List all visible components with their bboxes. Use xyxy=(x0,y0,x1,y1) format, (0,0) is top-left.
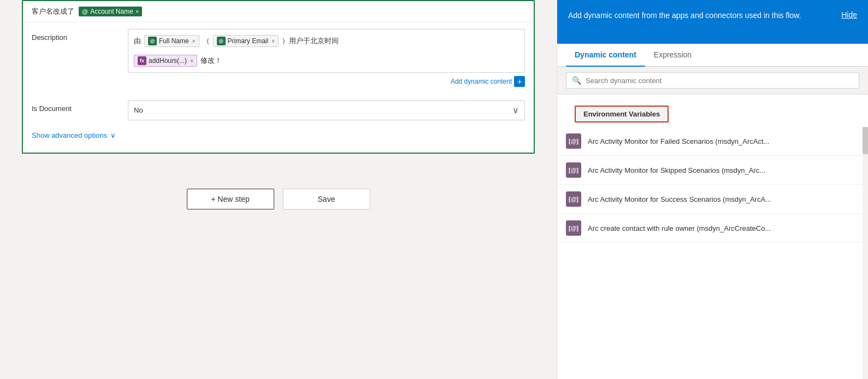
list-item[interactable]: [@] Arc Activity Monitor for Skipped Sce… xyxy=(557,156,868,185)
item-icon-1: [@] xyxy=(566,162,581,178)
scrollbar-track[interactable] xyxy=(863,127,868,379)
section-label-wrapper: Environment Variables xyxy=(557,95,868,127)
account-name-chip-label: Account Name xyxy=(90,8,133,15)
show-advanced-icon: ∨ xyxy=(110,131,116,139)
addhours-token-close[interactable]: × xyxy=(190,58,193,64)
search-input[interactable] xyxy=(586,77,853,85)
primary-email-token-icon: @ xyxy=(217,37,226,45)
dropdown-arrow-icon: ∨ xyxy=(512,105,519,115)
environment-variables-section[interactable]: Environment Variables xyxy=(575,106,669,123)
top-bar-prefix: 客户名改成了 xyxy=(32,7,74,16)
account-name-chip-icon: @ xyxy=(82,8,88,15)
full-name-token-icon: @ xyxy=(148,37,157,45)
is-document-input-area: No ∨ xyxy=(128,100,525,120)
add-dynamic-link[interactable]: Add dynamic content + xyxy=(128,76,525,87)
tab-dynamic-content[interactable]: Dynamic content xyxy=(566,44,645,67)
full-name-token-label: Full Name xyxy=(159,37,189,45)
account-name-chip[interactable]: @ Account Name × xyxy=(79,7,142,16)
item-icon-2: [@] xyxy=(566,191,581,207)
description-input-area: 由 @ Full Name × （ @ Primary Email × ）用户于… xyxy=(128,29,525,87)
is-document-value: No xyxy=(134,106,143,114)
dynamic-content-header: Add dynamic content from the apps and co… xyxy=(557,0,868,44)
desc-middle2: ）用户于北京时间 xyxy=(282,36,339,46)
action-buttons: + New step Save xyxy=(22,189,535,209)
hide-button[interactable]: Hide xyxy=(841,10,857,21)
full-name-token-close[interactable]: × xyxy=(192,38,196,44)
item-text-2: Arc Activity Monitor for Success Scenari… xyxy=(588,195,771,203)
account-name-chip-close[interactable]: × xyxy=(135,8,139,15)
desc-suffix: 修改！ xyxy=(200,56,222,66)
description-row: Description 由 @ Full Name × （ @ Primary … xyxy=(23,22,534,94)
is-document-dropdown[interactable]: No ∨ xyxy=(128,100,525,120)
item-icon-0: [@] xyxy=(566,133,581,149)
left-panel: 客户名改成了 @ Account Name × Description 由 @ … xyxy=(0,0,557,379)
desc-middle1: （ xyxy=(203,36,210,46)
addhours-token[interactable]: fx addHours(...) × xyxy=(134,55,197,67)
scrollbar-thumb[interactable] xyxy=(863,127,868,154)
list-item[interactable]: [@] Arc create contact with rule owner (… xyxy=(557,214,868,243)
dynamic-list-wrapper: [@] Arc Activity Monitor for Failed Scen… xyxy=(557,127,868,379)
is-document-row: Is Document No ∨ xyxy=(23,94,534,127)
new-step-button[interactable]: + New step xyxy=(187,189,274,209)
right-panel: Add dynamic content from the apps and co… xyxy=(557,0,868,379)
item-icon-3: [@] xyxy=(566,220,581,236)
dynamic-header-text: Add dynamic content from the apps and co… xyxy=(568,10,832,21)
search-inner: 🔍 xyxy=(566,72,859,89)
description-field[interactable]: 由 @ Full Name × （ @ Primary Email × ）用户于… xyxy=(128,29,525,73)
primary-email-token[interactable]: @ Primary Email × xyxy=(213,35,279,47)
primary-email-token-close[interactable]: × xyxy=(271,38,275,44)
item-text-1: Arc Activity Monitor for Skipped Scenari… xyxy=(588,166,765,174)
list-item[interactable]: [@] Arc Activity Monitor for Failed Scen… xyxy=(557,127,868,156)
top-bar: 客户名改成了 @ Account Name × xyxy=(23,1,534,22)
full-name-token[interactable]: @ Full Name × xyxy=(144,35,199,47)
add-dynamic-label: Add dynamic content xyxy=(451,78,512,85)
dynamic-list: [@] Arc Activity Monitor for Failed Scen… xyxy=(557,127,868,379)
description-label: Description xyxy=(32,29,119,42)
desc-prefix: 由 xyxy=(134,36,141,46)
addhours-token-icon: fx xyxy=(138,56,146,65)
addhours-token-label: addHours(...) xyxy=(149,57,187,65)
search-icon: 🔍 xyxy=(572,76,581,85)
form-card: 客户名改成了 @ Account Name × Description 由 @ … xyxy=(22,0,535,154)
is-document-label: Is Document xyxy=(32,100,119,113)
primary-email-token-label: Primary Email xyxy=(228,37,269,45)
tabs-bar: Dynamic content Expression xyxy=(557,44,868,67)
show-advanced-label: Show advanced options xyxy=(32,131,107,139)
show-advanced-options[interactable]: Show advanced options ∨ xyxy=(23,127,534,144)
tab-expression[interactable]: Expression xyxy=(645,44,700,67)
list-item[interactable]: [@] Arc Activity Monitor for Success Sce… xyxy=(557,185,868,214)
item-text-3: Arc create contact with rule owner (msdy… xyxy=(588,224,771,232)
item-text-0: Arc Activity Monitor for Failed Scenario… xyxy=(588,137,769,145)
search-box: 🔍 xyxy=(557,67,868,95)
save-button[interactable]: Save xyxy=(283,189,370,209)
add-dynamic-button[interactable]: + xyxy=(514,76,525,87)
